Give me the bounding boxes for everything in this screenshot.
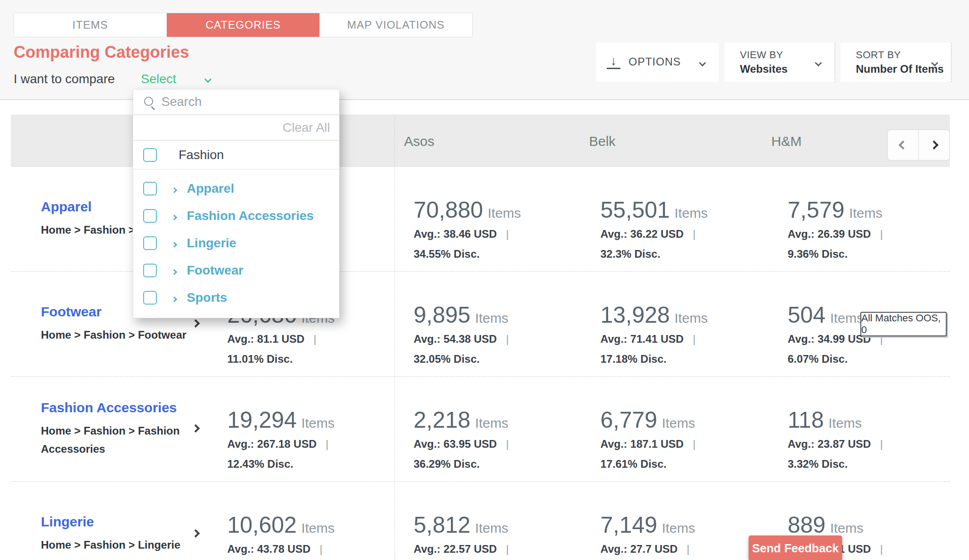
items-label: Items xyxy=(849,205,882,220)
discount: 17.18% Disc. xyxy=(600,353,782,365)
category-cell: Fashion Accessories Home > Fashion > Fas… xyxy=(41,377,195,481)
checkbox[interactable] xyxy=(143,148,157,162)
search-icon xyxy=(144,97,153,106)
view-by-dropdown[interactable]: VIEW BY Websites xyxy=(724,43,835,82)
items-count: 2,218 xyxy=(414,407,470,433)
sort-by-dropdown[interactable]: SORT BY Number Of Items xyxy=(840,43,952,82)
metric-cell: 19,294Items Avg.: 267.18 USD| 12.43% Dis… xyxy=(227,377,409,481)
chevron-right-icon[interactable] xyxy=(172,213,176,221)
separator: | xyxy=(320,543,322,555)
discount: 3.32% Disc. xyxy=(788,458,950,470)
expand-row-button[interactable] xyxy=(193,530,199,538)
items-count: 10,602 xyxy=(227,512,297,538)
metric-cell: 2,218Items Avg.: 63.95 USD| 36.29% Disc. xyxy=(414,377,595,481)
checkbox[interactable] xyxy=(143,209,157,223)
avg-price: Avg.: 267.18 USD xyxy=(227,438,317,450)
avg-price: Avg.: 187.1 USD xyxy=(600,438,684,450)
column-divider xyxy=(395,115,395,560)
tab-categories[interactable]: CATEGORIES xyxy=(167,13,320,37)
discount: 6.07% Disc. xyxy=(788,353,950,365)
discount: 17.61% Disc. xyxy=(600,458,782,470)
avg-price: Avg.: 22.57 USD xyxy=(414,543,497,555)
options-button[interactable]: ↓ OPTIONS xyxy=(596,43,719,82)
discount: 9.36% Disc. xyxy=(788,248,950,260)
expand-row-button[interactable] xyxy=(193,320,199,328)
metric-cell: 5,812Items Avg.: 22.57 USD| 33.31% Disc. xyxy=(414,482,595,560)
avg-price: Avg.: 27.7 USD xyxy=(600,543,678,555)
metric-cell: 9,895Items Avg.: 54.38 USD| 32.05% Disc. xyxy=(414,272,595,376)
dropdown-item-fashion[interactable]: Fashion xyxy=(133,140,339,170)
chevron-down-icon xyxy=(816,59,821,67)
search-input[interactable] xyxy=(161,90,334,114)
avg-price: Avg.: 63.95 USD xyxy=(414,438,497,450)
metric-cell: 13,928Items Avg.: 71.41 USD| 17.18% Disc… xyxy=(600,272,782,376)
items-label: Items xyxy=(301,520,335,535)
dropdown-item-label: Footwear xyxy=(187,263,243,278)
items-label: Items xyxy=(830,310,863,325)
items-label: Items xyxy=(475,520,508,535)
dropdown-item-fashion-accessories[interactable]: Fashion Accessories xyxy=(133,202,339,230)
dropdown-item-lingerie[interactable]: Lingerie xyxy=(133,230,339,257)
checkbox[interactable] xyxy=(143,236,157,250)
separator: | xyxy=(506,543,509,555)
send-feedback-button[interactable]: Send Feedback xyxy=(749,535,842,560)
chevron-right-icon[interactable] xyxy=(172,295,176,303)
avg-price: Avg.: 54.38 USD xyxy=(414,333,497,345)
checkbox[interactable] xyxy=(143,291,157,305)
separator: | xyxy=(506,228,509,240)
items-count: 118 xyxy=(788,407,824,433)
metric-cell: 10,602Items Avg.: 43.78 USD| 10.25% Disc… xyxy=(227,482,409,560)
chevron-down-icon[interactable] xyxy=(205,75,210,84)
tab-items[interactable]: ITEMS xyxy=(14,13,167,37)
avg-price: Avg.: 81.1 USD xyxy=(227,333,305,345)
separator: | xyxy=(314,333,316,345)
dropdown-item-footwear[interactable]: Footwear xyxy=(133,257,339,284)
discount: 32.3% Disc. xyxy=(600,248,782,260)
next-page-button[interactable] xyxy=(919,130,949,160)
breadcrumb: Home > Fashion > Fashion Accessories xyxy=(41,422,195,458)
chevron-left-icon xyxy=(899,140,908,150)
separator: | xyxy=(506,438,509,450)
checkbox[interactable] xyxy=(143,182,157,195)
items-count: 70,880 xyxy=(414,197,483,223)
items-count: 7,149 xyxy=(600,512,657,538)
sort-by-label: SORT BY xyxy=(856,49,901,61)
category-link-lingerie[interactable]: Lingerie xyxy=(41,514,195,530)
dropdown-item-sports[interactable]: Sports xyxy=(133,284,339,311)
items-count: 13,928 xyxy=(600,302,670,328)
items-count: 889 xyxy=(788,512,825,538)
column-header-hm: H&M xyxy=(771,134,802,149)
chevron-right-icon[interactable] xyxy=(172,268,176,276)
expand-row-button[interactable] xyxy=(193,425,199,433)
checkbox[interactable] xyxy=(143,264,157,277)
dropdown-item-label: Apparel xyxy=(187,181,234,196)
clear-all-button[interactable]: Clear All xyxy=(133,115,339,140)
chevron-down-icon xyxy=(700,59,705,67)
dropdown-item-label: Fashion Accessories xyxy=(187,209,314,223)
prev-page-button[interactable] xyxy=(888,130,919,160)
compare-label: I want to compare xyxy=(14,72,115,86)
chevron-right-icon[interactable] xyxy=(172,186,176,194)
items-count: 6,779 xyxy=(600,407,657,433)
items-count: 5,812 xyxy=(414,512,470,538)
discount: 12.43% Disc. xyxy=(227,458,409,470)
breadcrumb: Home > Fashion > Footwear xyxy=(41,326,195,344)
dropdown-item-apparel[interactable]: Apparel xyxy=(133,175,339,202)
items-label: Items xyxy=(674,310,708,325)
items-label: Items xyxy=(662,520,695,535)
separator: | xyxy=(693,333,695,345)
column-pager xyxy=(887,130,950,160)
avg-price: Avg.: 26.39 USD xyxy=(788,228,871,240)
separator: | xyxy=(880,228,883,240)
chevron-right-icon[interactable] xyxy=(172,240,176,249)
breadcrumb: Home > Fashion > Lingerie xyxy=(41,536,195,554)
category-cell: Lingerie Home > Fashion > Lingerie xyxy=(41,482,195,560)
metric-cell: 6,779Items Avg.: 187.1 USD| 17.61% Disc. xyxy=(600,377,782,481)
category-select[interactable]: Select xyxy=(141,72,176,86)
metric-cell: 7,579Items Avg.: 26.39 USD| 9.36% Disc. xyxy=(788,167,950,271)
items-label: Items xyxy=(830,520,863,535)
avg-price: Avg.: 36.22 USD xyxy=(600,228,684,240)
category-link-fashion-accessories[interactable]: Fashion Accessories xyxy=(41,400,195,415)
avg-price: Avg.: 34.99 USD xyxy=(788,333,871,345)
tab-map-violations[interactable]: MAP VIOLATIONS xyxy=(320,13,472,37)
